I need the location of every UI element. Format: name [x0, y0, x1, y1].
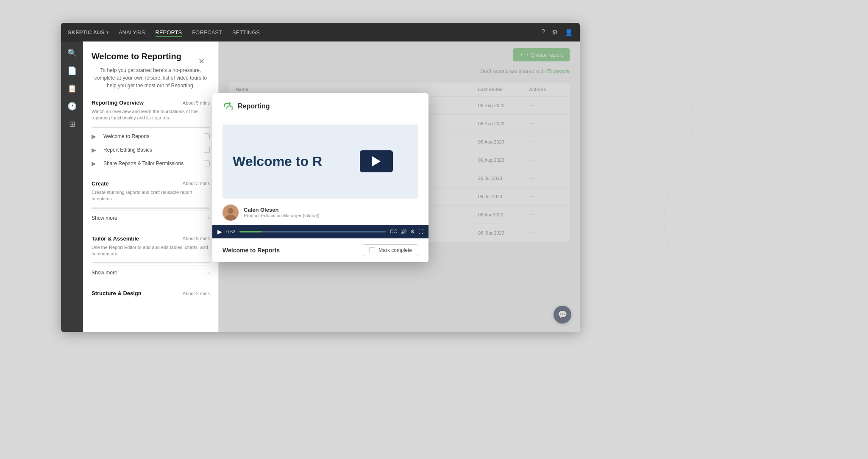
video-title-text: Welcome to R	[233, 154, 322, 169]
progress-bar-tailor	[92, 262, 210, 263]
mark-complete-label: Mark complete	[378, 247, 412, 253]
clock-icon[interactable]: 🕐	[67, 102, 77, 111]
modal-top: Reporting	[212, 93, 428, 124]
volume-icon[interactable]: 🔊	[401, 229, 407, 235]
expand-arrow-create: ›	[208, 215, 210, 221]
grid-icon[interactable]: ⊞	[69, 119, 75, 129]
brand-chevron-icon: ▾	[106, 30, 108, 35]
section-desc-create: Create stunning reports and craft reusab…	[92, 189, 210, 202]
presenter-info: Calen Olesen Product Education Manager (…	[244, 207, 320, 218]
play-icon-share: ▶	[92, 160, 99, 167]
lesson-label-welcome: Welcome to Reports	[103, 133, 200, 139]
section-desc-tailor: Use the Report Editor to add and edit ta…	[92, 244, 210, 257]
modal-logo: Reporting	[223, 102, 418, 111]
play-triangle-icon	[372, 156, 381, 166]
mark-complete-button[interactable]: Mark complete	[363, 244, 418, 256]
lesson-label-share: Share Reports & Tailor Permissions	[103, 160, 200, 166]
brand-label: SKEPTIC AUS	[68, 29, 105, 36]
expand-label-tailor: Show more	[92, 270, 117, 276]
play-icon-welcome: ▶	[92, 133, 99, 140]
top-nav: SKEPTIC AUS ▾ ANALYSIS REPORTS FORECAST …	[61, 23, 580, 41]
settings-video-icon[interactable]: ⚙	[410, 229, 415, 235]
nav-item-analysis[interactable]: ANALYSIS	[119, 28, 145, 37]
section-header-create: Create About 3 mins	[92, 180, 210, 187]
presenter-avatar	[223, 205, 239, 221]
video-time: 0:53	[226, 229, 235, 234]
section-title-overview: Reporting Overview	[92, 100, 144, 106]
section-structure: Structure & Design About 2 mins	[92, 290, 210, 296]
document-icon[interactable]: 📄	[67, 66, 77, 75]
section-reporting-overview: Reporting Overview About 5 mins Watch an…	[92, 100, 210, 170]
expand-create[interactable]: Show more ›	[92, 210, 210, 225]
close-button[interactable]: ✕	[198, 57, 205, 66]
learning-panel: ✕ Welcome to Reporting To help you get s…	[83, 41, 219, 332]
nav-item-reports[interactable]: REPORTS	[156, 28, 182, 37]
expand-tailor[interactable]: Show more ›	[92, 265, 210, 280]
play-button[interactable]	[360, 150, 393, 172]
section-desc-overview: Watch an overview and learn the foundati…	[92, 108, 210, 122]
play-control-icon[interactable]: ▶	[217, 228, 222, 235]
fullscreen-icon[interactable]: ⛶	[418, 229, 423, 235]
play-icon-editing: ▶	[92, 147, 99, 153]
section-create: Create About 3 mins Create stunning repo…	[92, 180, 210, 225]
progress-bar-create	[92, 207, 210, 209]
sidebar: 🔍 📄 📋 🕐 ⊞	[61, 41, 83, 332]
file-icon[interactable]: 📋	[67, 84, 77, 93]
video-progress-bar[interactable]	[239, 231, 385, 232]
modal-footer: Welcome to Reports Mark complete	[212, 238, 428, 262]
nav-brand[interactable]: SKEPTIC AUS ▾	[68, 29, 108, 36]
section-meta-structure: About 2 mins	[183, 291, 210, 296]
section-meta-tailor: About 9 mins	[183, 236, 210, 241]
expand-label-create: Show more	[92, 215, 117, 221]
gear-icon[interactable]: ⚙	[552, 28, 558, 36]
video-container: Welcome to R	[223, 124, 418, 199]
progress-bar-overview	[92, 127, 210, 128]
video-control-icons: CC 🔊 ⚙ ⛶	[390, 229, 423, 235]
presenter-title: Product Education Manager (Global)	[244, 213, 320, 218]
panel-title: Welcome to Reporting	[92, 52, 210, 61]
nav-item-forecast[interactable]: FORECAST	[192, 28, 222, 37]
svg-point-1	[228, 208, 234, 214]
section-tailor: Tailor & Assemble About 9 mins Use the R…	[92, 235, 210, 280]
lesson-label-editing: Report Editing Basics	[103, 147, 200, 153]
cc-icon[interactable]: CC	[390, 229, 397, 235]
help-icon[interactable]: ?	[541, 28, 545, 36]
avatar-svg	[223, 205, 239, 221]
section-header-tailor: Tailor & Assemble About 9 mins	[92, 235, 210, 242]
reporting-logo-icon	[223, 102, 234, 111]
nav-item-settings[interactable]: SETTINGS	[232, 28, 260, 37]
lesson-item-welcome[interactable]: ▶ Welcome to Reports	[92, 130, 210, 143]
mark-complete-checkbox[interactable]	[369, 247, 375, 253]
video-progress-fill	[239, 231, 262, 232]
user-icon[interactable]: 👤	[565, 28, 573, 36]
lesson-check-welcome[interactable]	[204, 133, 210, 139]
lesson-item-editing[interactable]: ▶ Report Editing Basics	[92, 143, 210, 157]
expand-arrow-tailor: ›	[208, 270, 210, 276]
panel-description: To help you get started here's a no-pres…	[92, 66, 210, 89]
lesson-item-share[interactable]: ▶ Share Reports & Tailor Permissions	[92, 157, 210, 170]
section-title-create: Create	[92, 180, 108, 187]
lesson-check-editing[interactable]	[204, 147, 210, 153]
section-header-structure: Structure & Design About 2 mins	[92, 290, 210, 296]
modal-presenter: Calen Olesen Product Education Manager (…	[212, 199, 428, 225]
search-icon[interactable]: 🔍	[67, 48, 77, 58]
section-title-structure: Structure & Design	[92, 290, 142, 296]
presenter-name: Calen Olesen	[244, 207, 320, 213]
section-header-overview: Reporting Overview About 5 mins	[92, 100, 210, 106]
footer-lesson-title: Welcome to Reports	[223, 247, 280, 254]
svg-point-2	[225, 215, 236, 221]
video-modal: Reporting Welcome to R Cale	[212, 93, 428, 262]
nav-right: ? ⚙ 👤	[541, 28, 573, 36]
section-title-tailor: Tailor & Assemble	[92, 235, 139, 242]
video-controls: ▶ 0:53 CC 🔊 ⚙ ⛶	[212, 225, 428, 238]
modal-logo-text: Reporting	[238, 102, 270, 110]
section-meta-overview: About 5 mins	[183, 100, 210, 105]
lesson-check-share[interactable]	[204, 160, 210, 166]
section-meta-create: About 3 mins	[183, 181, 210, 186]
